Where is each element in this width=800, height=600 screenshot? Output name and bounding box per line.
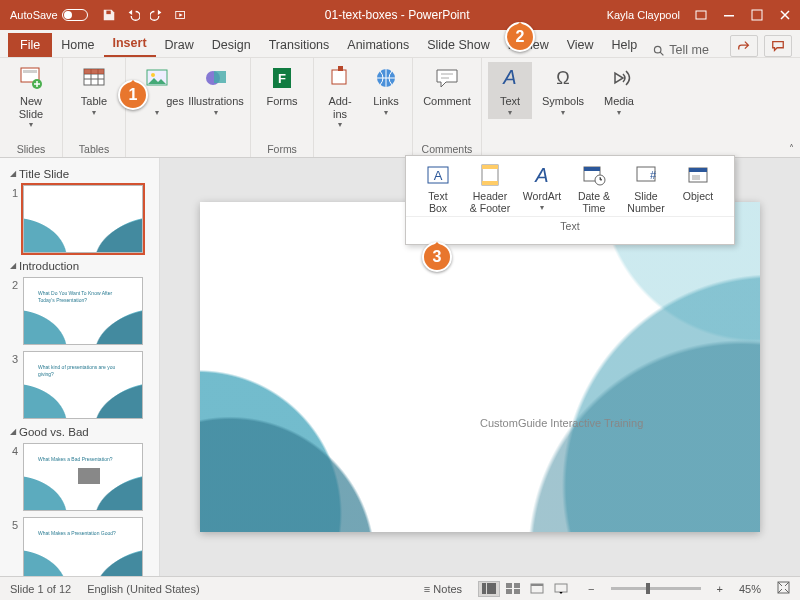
zoom-in-button[interactable]: + bbox=[717, 583, 723, 595]
slide-counter[interactable]: Slide 1 of 12 bbox=[10, 583, 71, 595]
normal-view-icon[interactable] bbox=[478, 581, 500, 597]
collapse-ribbon-icon[interactable]: ˄ bbox=[789, 143, 794, 154]
text-box-icon: A bbox=[425, 162, 451, 188]
undo-icon[interactable] bbox=[126, 8, 140, 22]
section-title-slide[interactable]: Title Slide bbox=[0, 164, 159, 182]
callout-3: 3 bbox=[422, 242, 452, 272]
save-icon[interactable] bbox=[102, 8, 116, 22]
table-button[interactable]: Table▾ bbox=[69, 62, 119, 119]
slideshow-view-icon[interactable] bbox=[550, 581, 572, 597]
slide-thumbnails-panel[interactable]: Title Slide 1 Introduction 2 What Do You… bbox=[0, 158, 160, 576]
text-dropdown-button[interactable]: A Text▾ bbox=[488, 62, 532, 119]
forms-button[interactable]: F Forms bbox=[257, 62, 307, 110]
text-dropdown-panel: A Text Box Header & Footer A WordArt▾ Da… bbox=[405, 155, 735, 245]
tab-insert[interactable]: Insert bbox=[104, 31, 156, 57]
svg-rect-29 bbox=[584, 167, 600, 171]
svg-rect-0 bbox=[106, 11, 110, 15]
text-box-button[interactable]: A Text Box bbox=[412, 160, 464, 216]
start-from-beginning-icon[interactable] bbox=[174, 8, 188, 22]
section-introduction[interactable]: Introduction bbox=[0, 256, 159, 274]
svg-rect-35 bbox=[692, 175, 700, 180]
zoom-slider[interactable] bbox=[611, 587, 701, 590]
tab-transitions[interactable]: Transitions bbox=[260, 33, 339, 57]
zoom-level[interactable]: 45% bbox=[739, 583, 761, 595]
slide-number-button[interactable]: # Slide Number bbox=[620, 160, 672, 216]
header-footer-button[interactable]: Header & Footer bbox=[464, 160, 516, 216]
table-icon bbox=[80, 64, 108, 92]
svg-rect-2 bbox=[696, 11, 706, 19]
images-icon bbox=[143, 64, 171, 92]
tell-me[interactable]: Tell me bbox=[652, 43, 709, 57]
wordart-button[interactable]: A WordArt▾ bbox=[516, 160, 568, 216]
svg-rect-25 bbox=[482, 165, 498, 169]
comment-icon bbox=[433, 64, 461, 92]
thumbnail-4[interactable]: What Makes a Bad Presentation? bbox=[23, 443, 143, 511]
forms-icon: F bbox=[268, 64, 296, 92]
svg-rect-34 bbox=[689, 168, 707, 172]
new-slide-button[interactable]: New Slide▾ bbox=[6, 62, 56, 131]
svg-point-5 bbox=[655, 46, 662, 53]
ribbon-tabs: File Home Insert Draw Design Transitions… bbox=[0, 30, 800, 58]
text-icon: A bbox=[496, 64, 524, 92]
ribbon-display-icon[interactable] bbox=[694, 8, 708, 22]
comments-button[interactable] bbox=[764, 35, 792, 57]
wordart-icon: A bbox=[529, 162, 555, 188]
thumbnail-2[interactable]: What Do You Want To Know After Today's P… bbox=[23, 277, 143, 345]
symbols-button[interactable]: Ω Symbols▾ bbox=[538, 62, 588, 119]
minimize-icon[interactable] bbox=[722, 8, 736, 22]
share-button[interactable] bbox=[730, 35, 758, 57]
zoom-out-button[interactable]: − bbox=[588, 583, 594, 595]
group-tables-label: Tables bbox=[79, 141, 109, 155]
reading-view-icon[interactable] bbox=[526, 581, 548, 597]
section-good-vs-bad[interactable]: Good vs. Bad bbox=[0, 422, 159, 440]
comment-button[interactable]: Comment bbox=[419, 62, 475, 110]
svg-rect-7 bbox=[23, 70, 37, 73]
svg-text:F: F bbox=[278, 71, 286, 86]
new-slide-icon bbox=[17, 64, 45, 92]
svg-rect-3 bbox=[724, 15, 734, 17]
tab-help[interactable]: Help bbox=[603, 33, 647, 57]
addins-button[interactable]: Add- ins▾ bbox=[320, 62, 360, 131]
user-name[interactable]: Kayla Claypool bbox=[607, 9, 680, 21]
thumbnail-5[interactable]: What Makes a Presentation Good? bbox=[23, 517, 143, 576]
view-buttons bbox=[478, 581, 572, 597]
slide-canvas[interactable]: CustomGuide Interactive Training bbox=[200, 202, 760, 532]
fit-to-window-icon[interactable] bbox=[777, 581, 790, 596]
svg-text:#: # bbox=[650, 169, 657, 181]
symbols-icon: Ω bbox=[549, 64, 577, 92]
tab-animations[interactable]: Animations bbox=[338, 33, 418, 57]
links-button[interactable]: Links▾ bbox=[366, 62, 406, 119]
window-title: 01-text-boxes - PowerPoint bbox=[188, 8, 607, 22]
media-button[interactable]: Media▾ bbox=[594, 62, 644, 119]
language-status[interactable]: English (United States) bbox=[87, 583, 200, 595]
slide-sorter-icon[interactable] bbox=[502, 581, 524, 597]
header-footer-icon bbox=[477, 162, 503, 188]
thumbnail-1[interactable] bbox=[23, 185, 143, 253]
tab-file[interactable]: File bbox=[8, 33, 52, 57]
group-comments-label: Comments bbox=[422, 141, 473, 155]
svg-text:A: A bbox=[534, 164, 548, 186]
redo-icon[interactable] bbox=[150, 8, 164, 22]
notes-button[interactable]: ≡ Notes bbox=[424, 583, 462, 595]
svg-rect-26 bbox=[482, 181, 498, 185]
svg-text:A: A bbox=[434, 168, 443, 183]
svg-rect-38 bbox=[506, 583, 512, 588]
tab-home[interactable]: Home bbox=[52, 33, 103, 57]
tab-slideshow[interactable]: Slide Show bbox=[418, 33, 499, 57]
tab-view[interactable]: View bbox=[558, 33, 603, 57]
svg-rect-41 bbox=[514, 589, 520, 594]
addins-icon bbox=[326, 64, 354, 92]
illustrations-button[interactable]: Illustrations▾ bbox=[188, 62, 244, 119]
date-time-button[interactable]: Date & Time bbox=[568, 160, 620, 216]
object-button[interactable]: Object bbox=[672, 160, 724, 216]
autosave-toggle[interactable]: AutoSave bbox=[10, 9, 88, 21]
tab-design[interactable]: Design bbox=[203, 33, 260, 57]
quick-access-toolbar bbox=[102, 8, 188, 22]
maximize-icon[interactable] bbox=[750, 8, 764, 22]
thumbnail-3[interactable]: What kind of presentations are you givin… bbox=[23, 351, 143, 419]
object-icon bbox=[685, 162, 711, 188]
close-icon[interactable] bbox=[778, 8, 792, 22]
slide-footer-text: CustomGuide Interactive Training bbox=[480, 417, 643, 429]
autosave-label: AutoSave bbox=[10, 9, 58, 21]
tab-draw[interactable]: Draw bbox=[156, 33, 203, 57]
